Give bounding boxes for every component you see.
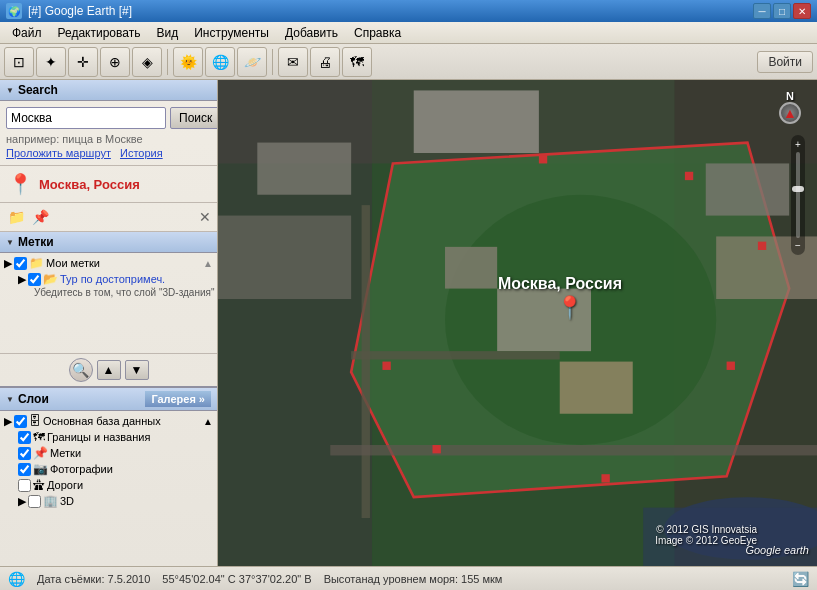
zoom-in-btn[interactable]: + — [795, 139, 801, 150]
layer-photos[interactable]: 📷 Фотографии — [2, 461, 215, 477]
menu-file[interactable]: Файл — [4, 24, 50, 42]
search-input[interactable] — [6, 107, 166, 129]
layer-expand-icon: ▶ — [4, 415, 12, 428]
slider-track[interactable] — [796, 152, 800, 238]
status-icon: 🌐 — [8, 571, 25, 587]
layer-photos-icon: 📷 — [33, 462, 48, 476]
tour-label: Тур по достопримеч. — [60, 273, 165, 285]
close-panel-icon[interactable]: ✕ — [199, 209, 211, 225]
tool-print[interactable]: 🖨 — [310, 47, 340, 77]
route-link[interactable]: Проложить маршрут — [6, 147, 111, 159]
layers-section-header[interactable]: ▼ Слои Галерея » — [0, 388, 217, 411]
svg-rect-12 — [330, 445, 817, 455]
login-button[interactable]: Войти — [757, 51, 813, 73]
add-mark-icon[interactable]: 📌 — [30, 207, 50, 227]
menu-edit[interactable]: Редактировать — [50, 24, 149, 42]
layer-photos-checkbox[interactable] — [18, 463, 31, 476]
layer-3d-checkbox[interactable] — [28, 495, 41, 508]
layers-triangle-icon: ▼ — [6, 395, 14, 404]
search-result[interactable]: 📍 Москва, Россия — [0, 166, 217, 202]
history-link[interactable]: История — [120, 147, 163, 159]
tool-square[interactable]: ⊡ — [4, 47, 34, 77]
tour-checkbox[interactable] — [28, 273, 41, 286]
zoom-to-location-icon[interactable]: 🔍 — [69, 358, 93, 382]
tool-planet[interactable]: 🪐 — [237, 47, 267, 77]
zoom-down-btn[interactable]: ▼ — [125, 360, 149, 380]
tool-email[interactable]: ✉ — [278, 47, 308, 77]
search-links: Проложить маршрут История — [6, 147, 211, 159]
my-marks-item[interactable]: ▶ 📁 Мои метки ▲ — [2, 255, 215, 271]
status-date: Дата съёмки: 7.5.2010 — [37, 573, 150, 585]
tool-globe[interactable]: 🌐 — [205, 47, 235, 77]
layer-marks-checkbox[interactable] — [18, 447, 31, 460]
svg-rect-15 — [218, 216, 351, 299]
compass-dial[interactable]: ▲ — [779, 102, 801, 124]
map-area[interactable]: Москва, Россия 📍 N ▲ + − © 2012 GIS In — [218, 80, 817, 566]
map-svg — [218, 80, 817, 566]
svg-rect-14 — [257, 143, 351, 195]
status-coords: 55°45'02.04" С 37°37'02.20" В — [162, 573, 311, 585]
svg-rect-25 — [433, 445, 441, 453]
marks-section-header[interactable]: ▼ Метки — [0, 232, 217, 253]
window-controls: ─ □ ✕ — [753, 3, 811, 19]
my-marks-label: Мои метки — [46, 257, 100, 269]
tool-measure[interactable]: ◈ — [132, 47, 162, 77]
layer-main-db[interactable]: ▶ 🗄 Основная база данных ▲ — [2, 413, 215, 429]
title-text: [#] Google Earth [#] — [28, 4, 132, 18]
slider-thumb — [792, 186, 804, 192]
zoom-slider: + − — [791, 135, 805, 255]
layer-marks[interactable]: 📌 Метки — [2, 445, 215, 461]
tool-add[interactable]: ✛ — [68, 47, 98, 77]
google-earth-logo: Google earth — [745, 544, 809, 556]
menu-view[interactable]: Вид — [148, 24, 186, 42]
tool-map[interactable]: 🗺 — [342, 47, 372, 77]
tool-navigate[interactable]: ✦ — [36, 47, 66, 77]
close-button[interactable]: ✕ — [793, 3, 811, 19]
layer-roads-checkbox[interactable] — [18, 479, 31, 492]
zoom-up-btn[interactable]: ▲ — [97, 360, 121, 380]
tour-item[interactable]: ▶ 📂 Тур по достопримеч. — [2, 271, 215, 287]
left-panel: ▼ Search Поиск например: пицца в Москве … — [0, 80, 218, 566]
minimize-button[interactable]: ─ — [753, 3, 771, 19]
gallery-button[interactable]: Галерея » — [145, 391, 211, 407]
svg-rect-22 — [758, 242, 766, 250]
search-section-header[interactable]: ▼ Search — [0, 80, 217, 101]
marks-section: ▼ Метки ▶ 📁 Мои метки ▲ ▶ 📂 Тур по досто… — [0, 232, 217, 386]
menu-add[interactable]: Добавить — [277, 24, 346, 42]
layer-marks-icon: 📌 — [33, 446, 48, 460]
svg-rect-13 — [414, 90, 539, 153]
menu-help[interactable]: Справка — [346, 24, 409, 42]
layer-main-db-checkbox[interactable] — [14, 415, 27, 428]
maximize-button[interactable]: □ — [773, 3, 791, 19]
mid-section: 📁 📌 ✕ — [0, 202, 217, 232]
layer-3d[interactable]: ▶ 🏢 3D — [2, 493, 215, 509]
svg-rect-20 — [539, 155, 547, 163]
layer-roads-icon: 🛣 — [33, 478, 45, 492]
layer-borders-checkbox[interactable] — [18, 431, 31, 444]
layer-photos-label: Фотографии — [50, 463, 113, 475]
search-triangle-icon: ▼ — [6, 86, 14, 95]
layer-borders[interactable]: 🗺 Границы и названия — [2, 429, 215, 445]
tool-crosshair[interactable]: ⊕ — [100, 47, 130, 77]
my-marks-checkbox[interactable] — [14, 257, 27, 270]
layer-marks-label: Метки — [50, 447, 81, 459]
menu-tools[interactable]: Инструменты — [186, 24, 277, 42]
compass: N ▲ — [775, 90, 805, 130]
marks-tree: ▶ 📁 Мои метки ▲ ▶ 📂 Тур по достопримеч. … — [0, 253, 217, 353]
tool-sun[interactable]: 🌞 — [173, 47, 203, 77]
layer-borders-icon: 🗺 — [33, 430, 45, 444]
svg-rect-21 — [685, 172, 693, 180]
svg-rect-10 — [362, 205, 370, 518]
compass-arrow-icon: ▲ — [783, 105, 797, 121]
zoom-out-btn[interactable]: − — [795, 240, 801, 251]
toolbar: ⊡ ✦ ✛ ⊕ ◈ 🌞 🌐 🪐 ✉ 🖨 🗺 Войти — [0, 44, 817, 80]
search-button[interactable]: Поиск — [170, 107, 218, 129]
svg-rect-9 — [445, 247, 497, 289]
svg-rect-16 — [706, 163, 789, 215]
layer-roads-label: Дороги — [47, 479, 83, 491]
layer-scroll: ▲ — [203, 416, 213, 427]
layer-roads[interactable]: 🛣 Дороги — [2, 477, 215, 493]
marks-triangle-icon: ▼ — [6, 238, 14, 247]
add-folder-icon[interactable]: 📁 — [6, 207, 26, 227]
result-label: Москва, Россия — [39, 177, 140, 192]
